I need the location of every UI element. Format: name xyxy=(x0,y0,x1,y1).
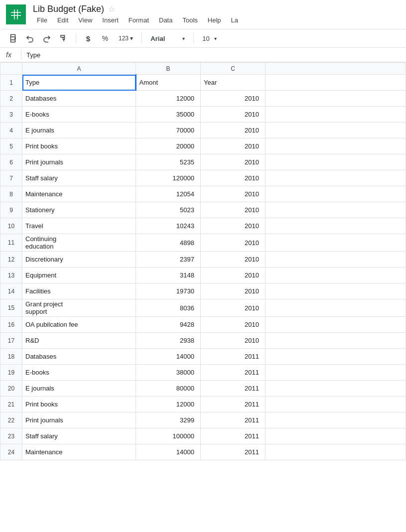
menu-more[interactable]: La xyxy=(227,15,242,25)
cell-type[interactable]: Equipment xyxy=(22,267,136,283)
cell-year[interactable]: 2010 xyxy=(201,154,266,170)
cell-empty[interactable] xyxy=(266,91,406,107)
cell-year[interactable]: 2010 xyxy=(201,107,266,123)
menu-edit[interactable]: Edit xyxy=(53,15,72,25)
cell-type[interactable]: Print books xyxy=(22,397,136,412)
cell-year[interactable]: 2010 xyxy=(201,218,266,234)
cell-type[interactable]: Grant project support xyxy=(22,299,136,317)
menu-format[interactable]: Format xyxy=(125,15,153,25)
cell-amount[interactable]: 5235 xyxy=(136,154,201,170)
cell-empty[interactable] xyxy=(266,283,406,299)
cell-amount[interactable]: 120000 xyxy=(136,170,201,186)
cell-year[interactable]: 2011 xyxy=(201,444,266,460)
cell-year[interactable]: 2010 xyxy=(201,170,266,186)
cell-empty[interactable] xyxy=(266,333,406,349)
cell-year[interactable]: 2010 xyxy=(201,252,266,267)
cell-empty[interactable] xyxy=(266,267,406,283)
cell-empty[interactable] xyxy=(266,381,406,397)
redo-button[interactable] xyxy=(40,31,54,45)
cell-type[interactable]: Travel xyxy=(22,218,136,234)
formula-content[interactable]: Type xyxy=(26,51,40,59)
cell-amount[interactable]: 70000 xyxy=(136,123,201,138)
cell-type[interactable]: Print books xyxy=(22,138,136,154)
cell-year[interactable]: Year xyxy=(201,75,266,91)
cell-empty[interactable] xyxy=(266,397,406,412)
print-button[interactable] xyxy=(6,31,20,45)
cell-amount[interactable]: 100000 xyxy=(136,428,201,444)
cell-amount[interactable]: 12000 xyxy=(136,91,201,107)
cell-empty[interactable] xyxy=(266,252,406,267)
cell-year[interactable]: 2010 xyxy=(201,333,266,349)
col-header-c[interactable]: C xyxy=(201,63,266,75)
cell-empty[interactable] xyxy=(266,186,406,202)
cell-empty[interactable] xyxy=(266,202,406,218)
cell-empty[interactable] xyxy=(266,154,406,170)
cell-amount[interactable]: 35000 xyxy=(136,107,201,123)
col-header-a[interactable]: A xyxy=(22,63,136,75)
cell-type[interactable]: E-books xyxy=(22,365,136,381)
col-header-d[interactable] xyxy=(266,63,406,75)
cell-empty[interactable] xyxy=(266,444,406,460)
cell-type[interactable]: Continuing education xyxy=(22,234,136,252)
font-size-select[interactable]: 10 ▾ xyxy=(199,33,220,44)
cell-empty[interactable] xyxy=(266,234,406,252)
cell-year[interactable]: 2011 xyxy=(201,365,266,381)
cell-empty[interactable] xyxy=(266,138,406,154)
cell-empty[interactable] xyxy=(266,170,406,186)
cell-year[interactable]: 2010 xyxy=(201,202,266,218)
cell-type[interactable]: OA pubilcation fee xyxy=(22,317,136,333)
dollar-button[interactable]: $ xyxy=(81,31,95,45)
cell-amount[interactable]: 3148 xyxy=(136,267,201,283)
cell-type[interactable]: E journals xyxy=(22,381,136,397)
cell-year[interactable]: 2011 xyxy=(201,397,266,412)
cell-year[interactable]: 2010 xyxy=(201,283,266,299)
font-select[interactable]: Arial ▾ xyxy=(147,33,188,44)
cell-empty[interactable] xyxy=(266,123,406,138)
cell-empty[interactable] xyxy=(266,349,406,365)
col-header-b[interactable]: B xyxy=(136,63,201,75)
cell-type[interactable]: Databases xyxy=(22,349,136,365)
cell-year[interactable]: 2010 xyxy=(201,138,266,154)
cell-type[interactable]: Print journals xyxy=(22,154,136,170)
cell-amount[interactable]: 38000 xyxy=(136,365,201,381)
cell-amount[interactable]: 4898 xyxy=(136,234,201,252)
cell-empty[interactable] xyxy=(266,428,406,444)
cell-empty[interactable] xyxy=(266,107,406,123)
cell-year[interactable]: 2010 xyxy=(201,186,266,202)
cell-year[interactable]: 2010 xyxy=(201,91,266,107)
cell-amount[interactable]: 12054 xyxy=(136,186,201,202)
cell-year[interactable]: 2011 xyxy=(201,428,266,444)
cell-type[interactable]: E journals xyxy=(22,123,136,138)
cell-amount[interactable]: 19730 xyxy=(136,283,201,299)
cell-empty[interactable] xyxy=(266,317,406,333)
cell-type[interactable]: R&D xyxy=(22,333,136,349)
cell-type[interactable]: Print journals xyxy=(22,412,136,428)
menu-insert[interactable]: Insert xyxy=(98,15,123,25)
cell-type[interactable]: Facilities xyxy=(22,283,136,299)
cell-type[interactable]: Maintenance xyxy=(22,186,136,202)
cell-empty[interactable] xyxy=(266,365,406,381)
cell-type[interactable]: Databases xyxy=(22,91,136,107)
undo-button[interactable] xyxy=(23,31,37,45)
percent-button[interactable]: % xyxy=(98,31,112,45)
cell-year[interactable]: 2011 xyxy=(201,412,266,428)
menu-view[interactable]: View xyxy=(74,15,96,25)
cell-type[interactable]: E-books xyxy=(22,107,136,123)
star-icon[interactable]: ☆ xyxy=(108,4,115,14)
cell-type[interactable]: Discretionary xyxy=(22,252,136,267)
cell-year[interactable]: 2010 xyxy=(201,123,266,138)
paint-format-button[interactable] xyxy=(57,31,71,45)
cell-amount[interactable]: 5023 xyxy=(136,202,201,218)
cell-year[interactable]: 2011 xyxy=(201,381,266,397)
cell-amount[interactable]: 14000 xyxy=(136,444,201,460)
number-format-select[interactable]: 123 ▾ xyxy=(115,33,136,43)
cell-type[interactable]: Type xyxy=(22,75,136,91)
menu-help[interactable]: Help xyxy=(204,15,225,25)
menu-file[interactable]: File xyxy=(33,15,51,25)
cell-type[interactable]: Staff salary xyxy=(22,428,136,444)
cell-year[interactable]: 2011 xyxy=(201,349,266,365)
cell-amount[interactable]: 2938 xyxy=(136,333,201,349)
cell-amount[interactable]: 14000 xyxy=(136,349,201,365)
cell-year[interactable]: 2010 xyxy=(201,299,266,317)
cell-amount[interactable]: 9428 xyxy=(136,317,201,333)
